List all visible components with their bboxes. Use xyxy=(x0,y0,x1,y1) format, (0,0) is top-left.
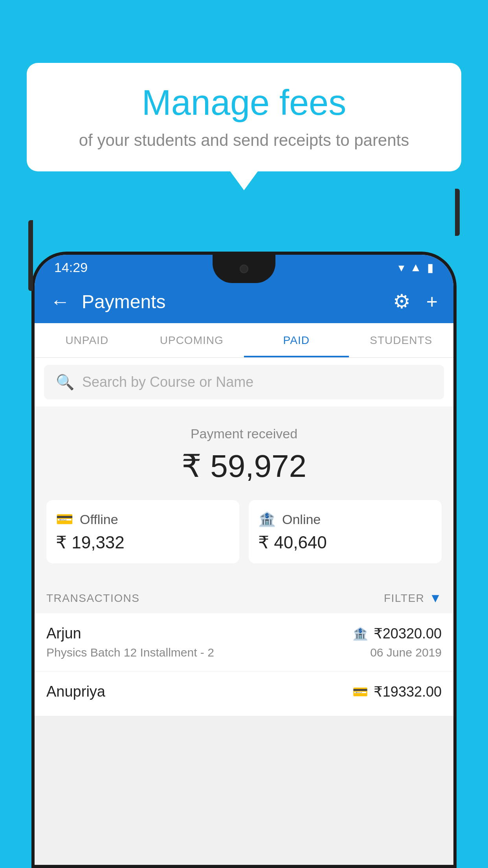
transaction-row-2[interactable]: Anupriya 💳 ₹19332.00 xyxy=(35,671,453,716)
transaction-amount-1: ₹20320.00 xyxy=(374,625,442,642)
back-button[interactable]: ← xyxy=(50,290,70,313)
search-icon: 🔍 xyxy=(56,373,74,391)
phone-screen: 14:29 ▾ ▲ ▮ ← Payments ⚙ + UNPAID UPCOMI… xyxy=(35,255,453,865)
filter-area[interactable]: FILTER ▼ xyxy=(384,591,442,605)
offline-card-header: 💳 Offline xyxy=(56,511,230,528)
transaction-amount-area-2: 💳 ₹19332.00 xyxy=(352,684,442,700)
offline-card: 💳 Offline ₹ 19,332 xyxy=(46,500,239,563)
tab-paid[interactable]: PAID xyxy=(244,323,349,357)
search-box[interactable]: 🔍 Search by Course or Name xyxy=(44,365,444,399)
camera xyxy=(240,265,248,273)
speech-bubble-title: Manage fees xyxy=(50,83,438,123)
battery-icon: ▮ xyxy=(427,261,434,274)
payment-total-amount: ₹ 59,972 xyxy=(46,448,442,484)
speech-bubble: Manage fees of your students and send re… xyxy=(27,63,461,171)
transaction-bottom-1: Physics Batch 12 Installment - 2 06 June… xyxy=(46,646,442,659)
app-bar: ← Payments ⚙ + xyxy=(35,280,453,323)
payment-received-label: Payment received xyxy=(46,426,442,441)
search-input[interactable]: Search by Course or Name xyxy=(82,374,253,390)
transaction-top-1: Arjun 🏦 ₹20320.00 xyxy=(46,625,442,642)
signal-icon: ▲ xyxy=(410,261,422,274)
status-time: 14:29 xyxy=(54,260,88,275)
transaction-type-icon-2: 💳 xyxy=(352,684,368,699)
filter-icon: ▼ xyxy=(429,591,442,605)
add-button[interactable]: + xyxy=(426,290,438,313)
transaction-amount-area-1: 🏦 ₹20320.00 xyxy=(352,625,442,642)
transaction-type-icon-1: 🏦 xyxy=(352,626,368,641)
transaction-name-1: Arjun xyxy=(46,625,81,642)
transaction-course-1: Physics Batch 12 Installment - 2 xyxy=(46,646,214,659)
tab-upcoming[interactable]: UPCOMING xyxy=(139,323,244,357)
online-card-header: 🏦 Online xyxy=(258,511,432,528)
transaction-amount-2: ₹19332.00 xyxy=(374,684,442,700)
status-icons: ▾ ▲ ▮ xyxy=(398,261,434,274)
app-bar-actions: ⚙ + xyxy=(393,290,438,313)
online-amount: ₹ 40,640 xyxy=(258,532,432,552)
tab-unpaid[interactable]: UNPAID xyxy=(35,323,139,357)
offline-icon: 💳 xyxy=(56,511,73,528)
payment-summary: Payment received ₹ 59,972 💳 Offline ₹ 19… xyxy=(35,406,453,579)
transactions-label: TRANSACTIONS xyxy=(46,592,139,605)
online-label: Online xyxy=(282,512,321,527)
tabs-bar: UNPAID UPCOMING PAID STUDENTS xyxy=(35,323,453,358)
offline-amount: ₹ 19,332 xyxy=(56,532,230,552)
speech-bubble-subtitle: of your students and send receipts to pa… xyxy=(50,131,438,150)
filter-label: FILTER xyxy=(384,592,424,605)
search-container: 🔍 Search by Course or Name xyxy=(35,358,453,406)
phone-notch xyxy=(213,255,275,283)
transaction-row[interactable]: Arjun 🏦 ₹20320.00 Physics Batch 12 Insta… xyxy=(35,613,453,671)
wifi-icon: ▾ xyxy=(398,261,404,274)
phone-frame: 14:29 ▾ ▲ ▮ ← Payments ⚙ + UNPAID UPCOMI… xyxy=(31,252,457,868)
transaction-date-1: 06 June 2019 xyxy=(370,646,442,659)
transaction-name-2: Anupriya xyxy=(46,683,105,700)
settings-button[interactable]: ⚙ xyxy=(393,290,411,313)
transactions-header: TRANSACTIONS FILTER ▼ xyxy=(35,579,453,613)
offline-label: Offline xyxy=(80,512,118,527)
online-icon: 🏦 xyxy=(258,511,276,528)
app-bar-title: Payments xyxy=(82,291,393,313)
volume-button xyxy=(28,220,33,291)
online-card: 🏦 Online ₹ 40,640 xyxy=(249,500,442,563)
power-button xyxy=(455,189,460,236)
transaction-top-2: Anupriya 💳 ₹19332.00 xyxy=(46,683,442,700)
payment-cards: 💳 Offline ₹ 19,332 🏦 Online ₹ 40,640 xyxy=(46,500,442,563)
tab-students[interactable]: STUDENTS xyxy=(349,323,454,357)
